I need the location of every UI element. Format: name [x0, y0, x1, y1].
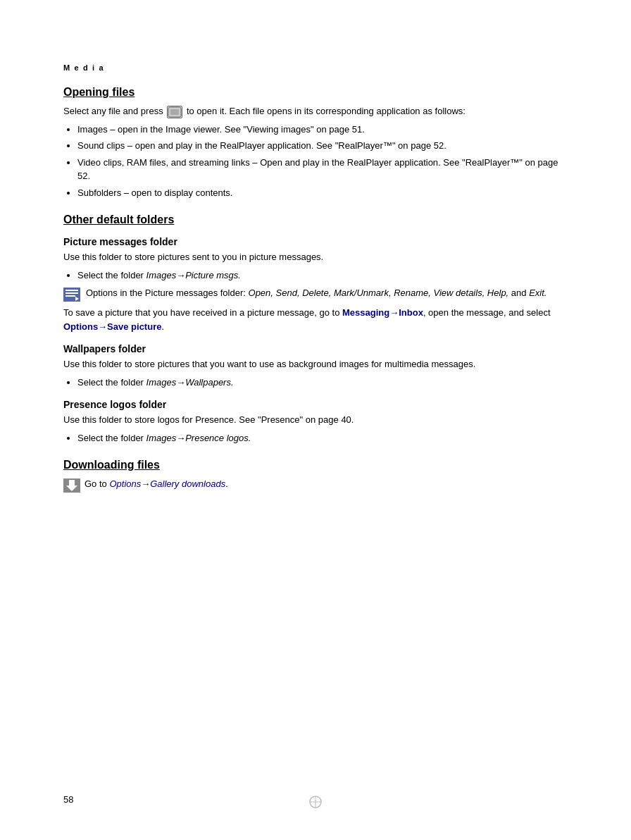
bottom-center-mark: [308, 795, 323, 812]
svg-rect-23: [65, 290, 78, 291]
svg-rect-24: [65, 292, 78, 294]
bullet-images: Images – open in the Image viewer. See "…: [77, 123, 568, 137]
page: M e d i a Opening files Select any file …: [0, 0, 631, 840]
picture-messages-body: Use this folder to store pictures sent t…: [63, 250, 568, 264]
images-picture-msgs-link: Images→Picture msgs.: [146, 270, 241, 280]
images-wallpapers-link: Images→Wallpapers.: [146, 377, 234, 388]
opening-files-intro: Select any file and press to open it. Ea…: [63, 104, 568, 118]
other-folders-heading: Other default folders: [63, 214, 568, 226]
picture-messages-bullets: Select the folder Images→Picture msgs.: [77, 268, 568, 283]
opening-files-heading: Opening files: [63, 86, 568, 99]
download-icon: [63, 478, 80, 493]
picture-messages-note: Options in the Picture messages folder: …: [63, 286, 568, 302]
presence-logos-bullets: Select the folder Images→Presence logos.: [77, 431, 568, 445]
open-button-icon: [167, 106, 182, 118]
bullet-subfolders: Subfolders – open to display contents.: [77, 186, 568, 200]
note-exit-link: Exit.: [529, 288, 546, 298]
presence-logos-body: Use this folder to store logos for Prese…: [63, 413, 568, 427]
downloading-files-block: Go to Options→Gallery downloads.: [63, 477, 568, 495]
gallery-downloads-link: Options→Gallery downloads: [109, 478, 225, 489]
svg-rect-25: [65, 295, 75, 297]
bullet-presence-folder: Select the folder Images→Presence logos.: [77, 431, 568, 445]
bullet-sound: Sound clips – open and play in the RealP…: [77, 139, 568, 153]
bullet-wallpapers-folder: Select the folder Images→Wallpapers.: [77, 376, 568, 390]
picture-messages-heading: Picture messages folder: [63, 236, 568, 247]
downloading-files-text: Go to Options→Gallery downloads.: [85, 477, 228, 491]
downloading-files-heading: Downloading files: [63, 459, 568, 471]
images-presence-link: Images→Presence logos.: [146, 433, 251, 443]
messaging-inbox-link: Messaging→Inbox: [342, 307, 423, 318]
wallpapers-body: Use this folder to store pictures that y…: [63, 357, 568, 371]
note-icon: [63, 288, 80, 302]
presence-logos-heading: Presence logos folder: [63, 399, 568, 410]
wallpapers-bullets: Select the folder Images→Wallpapers.: [77, 376, 568, 390]
note-options-link: Open, Send, Delete, Mark/Unmark, Rename,…: [249, 288, 509, 298]
content-area: M e d i a Opening files Select any file …: [63, 63, 568, 495]
bullet-picture-folder: Select the folder Images→Picture msgs.: [77, 268, 568, 283]
page-number: 58: [63, 794, 73, 805]
picture-messages-save-para: To save a picture that you have received…: [63, 306, 568, 333]
opening-files-bullets: Images – open in the Image viewer. See "…: [77, 123, 568, 200]
bullet-video: Video clips, RAM files, and streaming li…: [77, 156, 568, 183]
note-options-text: Options in the Picture messages folder: …: [86, 286, 546, 300]
section-label: M e d i a: [63, 63, 568, 72]
wallpapers-heading: Wallpapers folder: [63, 343, 568, 354]
svg-rect-21: [170, 109, 179, 115]
options-save-link: Options→Save picture: [63, 321, 161, 332]
